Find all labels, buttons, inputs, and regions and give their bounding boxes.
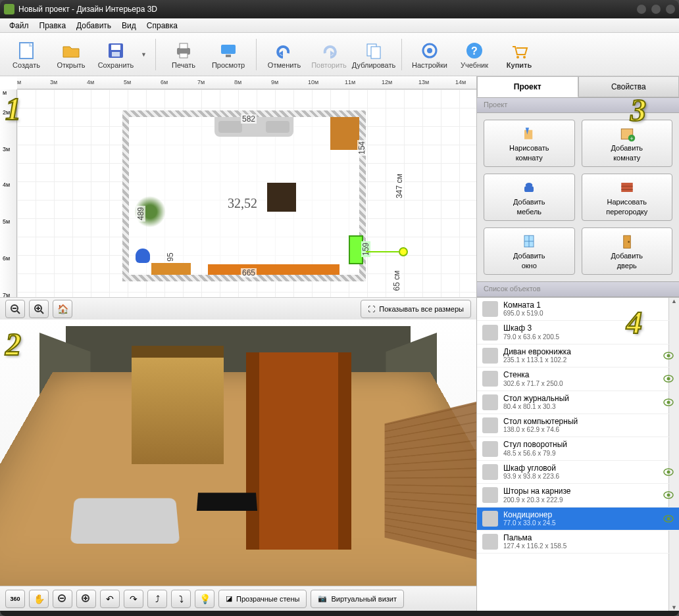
plan-2d-canvas[interactable]: 582 489 32,52 154 95 665 159 347 см 65: [17, 89, 476, 297]
dim-65: 65 см: [392, 270, 401, 293]
object-dimensions: 48.5 x 56.6 x 79.9: [503, 450, 567, 458]
separator: [256, 39, 257, 70]
svg-point-44: [667, 354, 670, 357]
window-border-bottom: [0, 611, 679, 616]
rotate-right-button[interactable]: ↷: [124, 590, 143, 608]
buy-button[interactable]: Купить: [499, 40, 539, 69]
zoom-in-button[interactable]: [29, 300, 49, 318]
object-dimensions: 235.1 x 113.1 x 102.2: [503, 356, 571, 364]
tilt-up-button[interactable]: ⤴: [147, 590, 167, 608]
shelving-2d[interactable]: [208, 264, 340, 275]
object-dimensions: 80.4 x 80.1 x 30.3: [503, 403, 569, 411]
pan-button[interactable]: ✋: [29, 590, 49, 608]
shelving-3d[interactable]: [246, 352, 351, 550]
view-3d-canvas[interactable]: [0, 320, 476, 586]
print-button[interactable]: Печать: [164, 40, 203, 69]
chair-2d[interactable]: [136, 249, 150, 263]
area-label: 32,52: [228, 196, 257, 211]
window-title: Новый проект - Дизайн Интерьера 3D: [18, 5, 157, 14]
left-column: 1 м 3м 4м 5м 6м 7м 8м 9м 10м 11м 12м 13м…: [0, 76, 476, 611]
svg-point-12: [427, 48, 432, 53]
save-button[interactable]: Сохранить: [96, 40, 136, 69]
zoom-out-3d-button[interactable]: [53, 590, 72, 608]
transparent-walls-button[interactable]: ◪ Прозрачные стены: [218, 590, 307, 608]
create-button[interactable]: Создать: [7, 40, 46, 69]
add-door-button[interactable]: Добавитьдверь: [582, 227, 673, 275]
dim-95: 95: [166, 251, 175, 262]
object-dimensions: 127.4 x 116.2 x 158.5: [503, 542, 566, 550]
object-dimensions: 695.0 x 519.0: [503, 310, 543, 318]
object-row[interactable]: Стол журнальный80.4 x 80.1 x 30.3: [477, 391, 679, 414]
zoom-out-button[interactable]: [5, 300, 25, 318]
object-icon: [482, 417, 498, 433]
menubar: Файл Правка Добавить Вид Справка: [0, 18, 679, 33]
undo-button[interactable]: Отменить: [264, 40, 304, 69]
close-button[interactable]: [666, 5, 675, 14]
svg-rect-7: [221, 45, 236, 54]
home-button[interactable]: 🏠: [53, 300, 72, 318]
object-name: Кондиционер: [503, 510, 556, 519]
menu-add[interactable]: Добавить: [71, 20, 116, 32]
dim-bottom: 665: [241, 268, 257, 277]
add-furniture-button[interactable]: Добавитьмебель: [484, 174, 575, 221]
wardrobe-2d[interactable]: [330, 117, 359, 150]
content: 1 м 3м 4м 5м 6м 7м 8м 9м 10м 11м 12м 13м…: [0, 76, 679, 611]
plan-2d-toolbar: 🏠 ⛶ Показывать все размеры: [0, 297, 476, 320]
table-3d[interactable]: [197, 493, 257, 511]
open-button[interactable]: Открыть: [51, 40, 91, 69]
object-row[interactable]: Стул поворотный48.5 x 56.6 x 79.9: [477, 437, 679, 460]
add-window-button[interactable]: Добавитьокно: [484, 227, 575, 275]
svg-rect-6: [180, 53, 188, 58]
object-row[interactable]: Шкаф угловой93.9 x 93.8 x 223.6: [477, 461, 679, 484]
minimize-button[interactable]: [637, 5, 646, 14]
object-row[interactable]: Стенка302.6 x 71.7 x 250.0: [477, 367, 679, 391]
rotate-left-button[interactable]: ↶: [100, 590, 120, 608]
menu-file[interactable]: Файл: [4, 20, 34, 32]
object-name: Стенка: [503, 370, 563, 379]
settings-button[interactable]: Настройки: [410, 40, 449, 69]
zoom-in-3d-button[interactable]: [76, 590, 96, 608]
section-project-header: Проект: [477, 97, 679, 113]
svg-rect-10: [371, 47, 380, 59]
tab-project[interactable]: Проект: [477, 76, 578, 97]
object-row[interactable]: Стол компьютерный138.0 x 62.9 x 74.6: [477, 414, 679, 437]
room-outline[interactable]: 582 489 32,52 154 95 665 159: [122, 110, 366, 281]
virtual-visit-button[interactable]: 📷 Виртуальный визит: [311, 590, 404, 608]
rotate-360-button[interactable]: 360: [5, 590, 25, 608]
object-dimensions: 79.0 x 63.6 x 200.5: [503, 333, 559, 341]
menu-edit[interactable]: Правка: [34, 20, 72, 32]
maximize-button[interactable]: [651, 5, 661, 14]
coffee-table-2d[interactable]: [267, 183, 296, 212]
redo-button[interactable]: Повторить: [309, 40, 349, 69]
draw-partition-button[interactable]: Нарисоватьперегородку: [582, 174, 673, 221]
add-room-button[interactable]: + Добавитькомнату: [582, 120, 673, 167]
object-name: Стул поворотный: [503, 440, 567, 449]
menu-help[interactable]: Справка: [141, 20, 183, 32]
object-list[interactable]: 4 Комната 1695.0 x 519.0Шкаф 379.0 x 63.…: [477, 297, 679, 611]
object-row[interactable]: Пальма127.4 x 116.2 x 158.5: [477, 531, 679, 554]
object-icon: [482, 325, 498, 341]
tilt-down-button[interactable]: ⤵: [171, 590, 191, 608]
lighting-button[interactable]: 💡: [195, 590, 214, 608]
selection-handle[interactable]: [399, 247, 408, 256]
svg-rect-29: [524, 130, 532, 139]
show-all-dims-button[interactable]: ⛶ Показывать все размеры: [361, 300, 471, 318]
help-button[interactable]: ? Учебник: [455, 40, 494, 69]
duplicate-button[interactable]: Дублировать: [354, 40, 393, 69]
object-row[interactable]: Шторы на карнизе200.9 x 20.3 x 222.9: [477, 484, 679, 507]
object-row[interactable]: Шкаф 379.0 x 63.6 x 200.5: [477, 321, 679, 344]
curtains-3d[interactable]: [132, 346, 224, 464]
object-row[interactable]: Комната 1695.0 x 519.0: [477, 298, 679, 321]
svg-point-42: [628, 241, 630, 243]
draw-room-button[interactable]: Нарисоватькомнату: [484, 120, 575, 167]
desk-2d[interactable]: [151, 263, 191, 275]
object-row[interactable]: Диван еврокнижка235.1 x 113.1 x 102.2: [477, 344, 679, 367]
tab-properties[interactable]: Свойства: [578, 76, 680, 97]
object-row[interactable]: Кондиционер77.0 x 33.0 x 24.5: [477, 508, 679, 531]
object-dimensions: 138.0 x 62.9 x 74.6: [503, 426, 578, 434]
menu-view[interactable]: Вид: [116, 20, 141, 32]
preview-button[interactable]: Просмотр: [209, 40, 248, 69]
save-dropdown[interactable]: ▼: [141, 51, 147, 58]
sofa-3d[interactable]: [70, 498, 180, 544]
right-panel: Проект Свойства 3 Проект Нарисоватькомна…: [476, 76, 679, 611]
